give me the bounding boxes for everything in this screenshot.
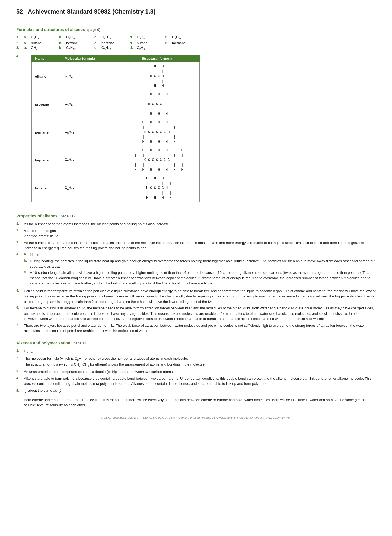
struct-ethane: H H | | H—C—C—H | | H H	[114, 62, 200, 90]
page-header: 52 Achievement Standard 90932 (Chemistry…	[16, 8, 376, 17]
section-properties: Properties of alkanes (page 11) 1. As th…	[16, 209, 376, 334]
alkene-item-3: 3. An unsaturated carbon compound contai…	[16, 369, 376, 375]
section2-heading: Properties of alkanes	[16, 214, 58, 218]
q2d: d.butane	[130, 41, 165, 45]
about-same-as-pill: about the same as	[24, 388, 61, 393]
q1a: a.C3H8	[24, 35, 59, 40]
formula-pentane: C5H12	[61, 118, 114, 146]
section2-pageref: (page 11)	[60, 214, 75, 218]
prop-1-text: As the number of carbon atoms increases,…	[24, 221, 170, 227]
footer-text: © ESA Publications (NZ) Ltd – ISBN 978-0…	[101, 416, 291, 419]
formula-ethane: C2H6	[61, 62, 114, 90]
page-title: Achievement Standard 90932 (Chemistry 1.…	[28, 8, 155, 15]
alkane-table: Name Molecular formula Structural formul…	[31, 55, 200, 202]
name-propane: propane	[32, 90, 61, 118]
name-pentane: pentane	[32, 118, 61, 146]
table-row-butane: butane C4H10 H H H H | | | | H—C—C—C—C—H…	[32, 174, 200, 202]
q2e: e.methane	[165, 41, 200, 45]
alkene-5-text: Both ethene and ethane are non-polar mol…	[24, 397, 376, 408]
formula-propane: C3H8	[61, 90, 114, 118]
col-name: Name	[32, 55, 61, 62]
alkene-item-2: 2. The molecular formula (which is C2H4 …	[16, 356, 376, 368]
formula-butane: C4H10	[61, 174, 114, 202]
q4-num: 4.	[16, 52, 24, 58]
alkene-item-4: 4. Alkenes are able to form polymers bec…	[16, 376, 376, 386]
q2-num: 2.	[16, 41, 24, 45]
formula-heptane: C7H16	[61, 146, 114, 174]
alkene-2-text: The molecular formula (which is C2H4 for…	[24, 356, 206, 368]
prop-2-text: 4 carbon atoms: gas 7 carbon atoms: liqu…	[24, 228, 58, 239]
prop-item-4: 4. a. Liquid. b. During heating, the par…	[16, 252, 376, 287]
q3c: c.C8H18	[94, 46, 130, 50]
q1-num: 1.	[16, 35, 24, 39]
name-ethane: ethane	[32, 62, 61, 90]
struct-pentane: H H H H H | | | | | H—C—C—C—C—C—H | | | …	[114, 118, 200, 146]
prop-item-5: 5. Boiling point is the temperature at w…	[16, 288, 376, 305]
table-row-heptane: heptane C7H16 H H H H H H H | | | | | | …	[32, 146, 200, 174]
prop-item-6: 6. For hexane to dissolve in another liq…	[16, 306, 376, 322]
q1b: b.C7H16	[59, 35, 94, 40]
section1-pageref: (page 9)	[87, 28, 100, 32]
prop-4b: b. During heating, the particles in the …	[24, 258, 376, 269]
prop-5-text: Boiling point is the temperature at whic…	[24, 288, 376, 305]
q3a: a.CH4	[24, 46, 59, 50]
prop-4c: c. A 10-carbon-long chain alkane will ha…	[24, 270, 376, 286]
prop-item-7: 7. There are two layers because petrol a…	[16, 323, 376, 334]
table-row-ethane: ethane C2H6 H H | | H—C—C—H | | H H	[32, 62, 200, 90]
section3-heading: Alkenes and polymerisation	[16, 341, 70, 345]
prop-4a: a. Liquid.	[24, 252, 376, 258]
col-structural: Structural formula	[114, 55, 200, 62]
name-butane: butane	[32, 174, 61, 202]
struct-propane: H H H | | | H—C—C—C—H | | | H H H	[114, 90, 200, 118]
prop-3-text: As the number of carbon atoms in the mol…	[24, 240, 376, 251]
q1e: e.C8H18	[165, 35, 200, 40]
q3b: b.C5H12	[59, 46, 94, 50]
section-formulae: Formulae and structures of alkanes (page…	[16, 22, 376, 205]
prop-item-2: 2. 4 carbon atoms: gas 7 carbon atoms: l…	[16, 228, 376, 239]
alkene-item-1: 1. CnH2n	[16, 348, 376, 354]
q2c: c.pentane	[94, 41, 130, 45]
table-row-propane: propane C3H8 H H H | | | H—C—C—C—H | | |…	[32, 90, 200, 118]
alkene-item-5: 5. about the same as Both ethene and eth…	[16, 388, 376, 408]
alkene-4-text: Alkenes are able to form polymers becaus…	[24, 376, 376, 386]
q2b: b.hexane	[59, 41, 94, 45]
q1d: d.C2H6	[130, 35, 165, 40]
q2a: a.butane	[24, 41, 59, 45]
col-formula: Molecular formula	[61, 55, 114, 62]
q3d: d.C2H6	[130, 46, 165, 50]
prop-item-3: 3. As the number of carbon atoms in the …	[16, 240, 376, 251]
prop-7-text: There are two layers because petrol and …	[24, 323, 376, 334]
prop-item-1: 1. As the number of carbon atoms increas…	[16, 221, 376, 227]
q3-num: 3.	[16, 46, 24, 50]
section3-pageref: (page 14)	[72, 341, 88, 345]
prop-6-text: For hexane to dissolve in another liquid…	[24, 306, 376, 322]
page-number: 52	[16, 8, 23, 15]
footer: © ESA Publications (NZ) Ltd – ISBN 978-0…	[16, 416, 376, 419]
section1-heading: Formulae and structures of alkanes	[16, 27, 85, 32]
name-heptane: heptane	[32, 146, 61, 174]
table-row-pentane: pentane C5H12 H H H H H | | | | | H—C—C—…	[32, 118, 200, 146]
alkene-3-text: An unsaturated carbon compound contains …	[24, 369, 174, 375]
q1c: c.C5H12	[94, 35, 130, 40]
section-alkenes: Alkenes and polymerisation (page 14) 1. …	[16, 336, 376, 408]
struct-butane: H H H H | | | | H—C—C—C—C—H | | | | H H …	[114, 174, 200, 202]
struct-heptane: H H H H H H H | | | | | | | H—C—C—C—C—C—…	[114, 146, 200, 174]
alkene-1-text: CnH2n	[24, 348, 33, 354]
